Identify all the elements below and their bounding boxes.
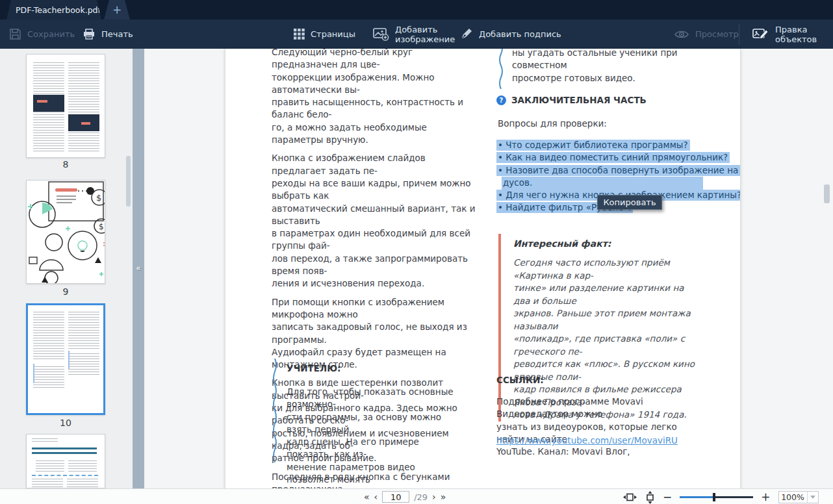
add-image-icon bbox=[373, 27, 389, 41]
zoom-level-value: 100% bbox=[779, 492, 807, 502]
add-signature-label: Добавить подпись bbox=[479, 29, 561, 39]
first-page-button[interactable]: « bbox=[364, 490, 370, 503]
thumbnail-page-8[interactable] bbox=[26, 54, 105, 158]
final-section-title: ЗАКЛЮЧИТЕЛЬНАЯ ЧАСТЬ bbox=[511, 94, 647, 107]
question-circle-icon: ? bbox=[496, 95, 506, 105]
doodle-illustration: $ $ bbox=[27, 181, 105, 283]
svg-text:$: $ bbox=[99, 222, 104, 231]
grid-icon bbox=[294, 29, 305, 40]
toolbar-separator bbox=[739, 23, 739, 45]
fit-width-button[interactable] bbox=[622, 492, 637, 502]
new-tab-button[interactable]: + bbox=[104, 0, 130, 19]
pages-button[interactable]: Страницы bbox=[294, 19, 355, 49]
pdf-page: Следующий черно-белый круг предназначен … bbox=[225, 49, 741, 488]
pages-label: Страницы bbox=[311, 29, 355, 39]
paragraph: Следующий черно-белый круг предназначен … bbox=[272, 49, 480, 146]
teacher-note-body: Для того, чтобы показать основные возмож… bbox=[287, 386, 463, 488]
fun-fact-block: Интересный факт: Сегодня часто использую… bbox=[498, 234, 701, 422]
document-tab-title: PDF-Teacherbook.pdf bbox=[16, 5, 101, 15]
page-number-label: 8 bbox=[26, 159, 105, 170]
paragraph: При помощи кнопки с изображением микрофо… bbox=[272, 296, 480, 372]
status-bar: « ‹ /29 › » − + 100% bbox=[0, 488, 833, 504]
panel-divider: « bbox=[133, 49, 144, 488]
question-line: • Назовите два способа повернуть изображ… bbox=[496, 164, 703, 177]
fun-fact-title: Интересный факт: bbox=[513, 238, 701, 250]
document-tab[interactable]: PDF-Teacherbook.pdf × bbox=[6, 0, 101, 19]
zoom-slider[interactable] bbox=[680, 496, 753, 498]
print-button[interactable]: Печать bbox=[83, 19, 133, 49]
tab-bar: PDF-Teacherbook.pdf × + bbox=[0, 0, 833, 19]
pdf-editor-window: PDF-Teacherbook.pdf × + Сохранить Печать… bbox=[0, 0, 833, 504]
thumbnail-page-9[interactable]: $ $ bbox=[26, 180, 105, 284]
view-mode-button[interactable]: Просмотр bbox=[674, 19, 739, 49]
view-mode-label: Просмотр bbox=[695, 29, 739, 39]
question-line: • Что содержит библиотека программы? bbox=[496, 139, 703, 151]
zoom-slider-thumb[interactable] bbox=[713, 493, 715, 501]
eye-icon bbox=[674, 29, 689, 40]
continued-note-body: ны угадать остальные ученики при совмест… bbox=[512, 49, 700, 84]
edit-objects-button[interactable]: Правка объектов bbox=[752, 19, 817, 49]
save-icon bbox=[9, 28, 21, 40]
save-label: Сохранить bbox=[27, 29, 75, 39]
document-scrollbar[interactable] bbox=[824, 184, 830, 203]
page-navigation: « ‹ /29 › » bbox=[364, 489, 446, 504]
check-questions-intro: Вопросы для проверки: bbox=[498, 118, 607, 130]
last-page-button[interactable]: » bbox=[441, 490, 446, 503]
add-image-label: Добавить изображение bbox=[395, 25, 455, 44]
next-page-button[interactable]: › bbox=[432, 490, 436, 503]
teacher-note-title: УЧИТЕЛЮ: bbox=[287, 362, 341, 375]
youtube-link[interactable]: https://www.youtube.com/user/MovaviRU bbox=[496, 435, 678, 447]
main-toolbar: Сохранить Печать Страницы Добавить изобр… bbox=[0, 19, 833, 49]
question-line: дусов. bbox=[496, 177, 703, 189]
total-pages-label: /29 bbox=[414, 492, 428, 502]
wavy-line-decoration bbox=[272, 359, 278, 464]
save-button[interactable]: Сохранить bbox=[9, 19, 75, 49]
links-section-body: Подробнее о программе Movavi Видеоредакт… bbox=[496, 396, 704, 458]
paragraph: Кнопка с изображением слайдов предлагает… bbox=[272, 152, 480, 290]
thumbnails-panel: 8 $ $ bbox=[0, 49, 133, 488]
add-signature-button[interactable]: Добавить подпись bbox=[459, 19, 561, 49]
zoom-slider-fill bbox=[680, 496, 714, 498]
copy-context-button[interactable]: Копировать bbox=[597, 195, 662, 210]
fit-height-button[interactable] bbox=[645, 490, 655, 504]
zoom-out-button[interactable]: − bbox=[663, 491, 672, 503]
document-canvas: Следующий черно-белый круг предназначен … bbox=[144, 49, 821, 488]
wavy-line-decoration bbox=[498, 49, 504, 89]
zoom-level-select[interactable]: 100% bbox=[778, 491, 819, 503]
zoom-controls: − + 100% bbox=[622, 489, 819, 504]
previous-page-button[interactable]: ‹ bbox=[374, 490, 378, 503]
chevron-down-icon bbox=[807, 492, 818, 503]
question-line: • Как на видео поместить синий прямоугол… bbox=[496, 151, 703, 164]
edit-objects-label: Правка объектов bbox=[775, 25, 817, 44]
thumbnail-page-11[interactable] bbox=[26, 434, 105, 488]
add-image-button[interactable]: Добавить изображение bbox=[373, 19, 455, 49]
print-icon bbox=[83, 28, 96, 40]
signature-pen-icon bbox=[459, 27, 473, 41]
svg-text:$: $ bbox=[96, 193, 101, 203]
zoom-in-button[interactable]: + bbox=[761, 491, 770, 503]
links-section-title: ССЫЛКИ: bbox=[496, 374, 544, 386]
collapse-panel-button[interactable]: « bbox=[133, 262, 144, 275]
edit-objects-icon bbox=[752, 27, 769, 41]
page-number-label: 10 bbox=[26, 418, 105, 428]
page-number-label: 9 bbox=[26, 286, 105, 297]
page-number-input[interactable] bbox=[382, 491, 409, 503]
final-section-heading: ? ЗАКЛЮЧИТЕЛЬНАЯ ЧАСТЬ bbox=[496, 94, 647, 107]
sidebar-scrollbar[interactable] bbox=[126, 156, 131, 207]
print-label: Печать bbox=[101, 29, 133, 39]
thumbnail-page-10[interactable] bbox=[26, 303, 105, 415]
